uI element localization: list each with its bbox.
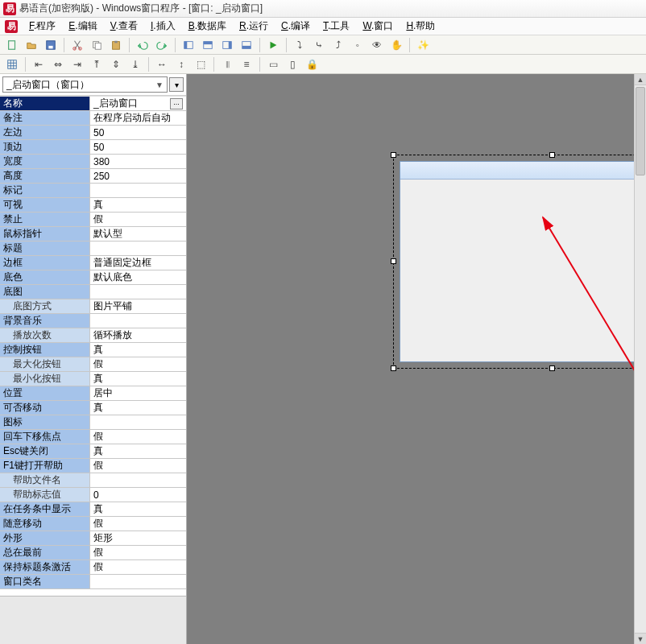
property-row[interactable]: 左边50 bbox=[0, 126, 186, 140]
property-value[interactable]: 假 bbox=[90, 213, 186, 226]
property-row[interactable]: 底图方式图片平铺 bbox=[0, 299, 186, 314]
new-button[interactable] bbox=[3, 37, 21, 53]
property-row[interactable]: 最大化按钮假 bbox=[0, 357, 186, 372]
property-value[interactable]: 矩形 bbox=[90, 531, 186, 545]
property-value[interactable] bbox=[90, 242, 186, 255]
ellipsis-button[interactable]: ··· bbox=[170, 98, 183, 109]
save-button[interactable] bbox=[42, 37, 60, 53]
property-value[interactable] bbox=[90, 184, 186, 197]
scroll-up-icon[interactable]: ▲ bbox=[635, 74, 646, 85]
property-row[interactable]: 位置居中 bbox=[0, 386, 186, 401]
property-value[interactable]: 图片平铺 bbox=[90, 299, 186, 313]
menu-item[interactable]: V.查看 bbox=[104, 18, 144, 35]
watch-button[interactable]: 👁 bbox=[368, 37, 386, 53]
menu-item[interactable]: W.窗口 bbox=[356, 18, 400, 35]
property-value[interactable]: 50 bbox=[90, 126, 186, 139]
space-v-button[interactable]: ≡ bbox=[238, 56, 255, 72]
breakpoint-button[interactable]: ◦ bbox=[349, 37, 366, 53]
property-row[interactable]: 保持标题条激活假 bbox=[0, 560, 186, 575]
lock-button[interactable]: 🔒 bbox=[303, 56, 321, 72]
property-row[interactable]: 底色默认底色 bbox=[0, 270, 186, 285]
property-value[interactable]: 真 bbox=[90, 343, 186, 357]
open-button[interactable] bbox=[23, 37, 40, 53]
property-row[interactable]: Esc键关闭真 bbox=[0, 444, 186, 459]
property-value[interactable]: 真 bbox=[90, 401, 186, 415]
property-value[interactable]: 假 bbox=[90, 430, 186, 444]
property-row[interactable]: 标题 bbox=[0, 242, 186, 256]
property-value[interactable]: 默认底色 bbox=[90, 270, 186, 284]
property-value[interactable] bbox=[90, 314, 186, 328]
property-value[interactable]: 循环播放 bbox=[90, 328, 186, 342]
step-over-button[interactable]: ⤵ bbox=[291, 37, 309, 53]
align-center-h-button[interactable]: ⇔ bbox=[49, 56, 67, 72]
property-value[interactable]: 假 bbox=[90, 546, 186, 559]
property-row[interactable]: 外形矩形 bbox=[0, 531, 186, 546]
property-row[interactable]: 禁止假 bbox=[0, 213, 186, 227]
redo-button[interactable] bbox=[153, 37, 171, 53]
menu-item[interactable]: T.工具 bbox=[317, 18, 356, 35]
property-row[interactable]: 控制按钮真 bbox=[0, 343, 186, 357]
property-row[interactable]: 边框普通固定边框 bbox=[0, 256, 186, 270]
property-value[interactable]: _启动窗口··· bbox=[90, 97, 186, 110]
designer-scrollbar[interactable]: ▲ ▼ bbox=[634, 74, 646, 644]
menu-item[interactable]: C.编译 bbox=[275, 18, 317, 35]
property-row[interactable]: 鼠标指针默认型 bbox=[0, 227, 186, 242]
property-row[interactable]: 高度250 bbox=[0, 169, 186, 184]
property-value[interactable]: 50 bbox=[90, 140, 186, 154]
property-value[interactable]: 真 bbox=[90, 502, 186, 516]
align-bottom-button[interactable]: ⤓ bbox=[126, 56, 144, 72]
property-value[interactable]: 真 bbox=[90, 372, 186, 386]
property-row[interactable]: 可视真 bbox=[0, 198, 186, 213]
property-value[interactable]: 在程序启动后自动 bbox=[90, 111, 186, 125]
property-value[interactable]: 假 bbox=[90, 459, 186, 473]
property-row[interactable]: 顶边50 bbox=[0, 140, 186, 155]
align-center-v-button[interactable]: ⇕ bbox=[107, 56, 125, 72]
panel1-button[interactable] bbox=[180, 37, 197, 53]
property-value[interactable]: 普通固定边框 bbox=[90, 256, 186, 270]
property-value[interactable] bbox=[90, 415, 186, 429]
property-row[interactable]: 标记 bbox=[0, 184, 186, 198]
property-row[interactable]: 帮助文件名 bbox=[0, 473, 186, 488]
step-out-button[interactable]: ⤴ bbox=[329, 37, 347, 53]
menu-item[interactable]: R.运行 bbox=[233, 18, 275, 35]
resize-handle[interactable] bbox=[391, 258, 396, 264]
property-value[interactable]: 默认型 bbox=[90, 227, 186, 241]
property-row[interactable]: 图标 bbox=[0, 415, 186, 430]
property-value[interactable]: 假 bbox=[90, 357, 186, 371]
same-width-button[interactable]: ↔ bbox=[153, 56, 171, 72]
scroll-down-icon[interactable]: ▼ bbox=[635, 633, 646, 644]
panel3-button[interactable] bbox=[218, 37, 236, 53]
center-in-form-h-button[interactable]: ▭ bbox=[264, 56, 282, 72]
resize-handle[interactable] bbox=[391, 365, 396, 371]
property-row[interactable]: 随意移动假 bbox=[0, 517, 186, 531]
property-row[interactable]: 背景音乐 bbox=[0, 314, 186, 328]
property-row[interactable]: 最小化按钮真 bbox=[0, 372, 186, 386]
space-h-button[interactable]: ⫴ bbox=[218, 56, 236, 72]
property-row[interactable]: 窗口类名 bbox=[0, 575, 186, 589]
property-value[interactable]: 假 bbox=[90, 560, 186, 574]
undo-button[interactable] bbox=[134, 37, 151, 53]
align-left-button[interactable]: ⇤ bbox=[30, 56, 48, 72]
property-value[interactable] bbox=[90, 575, 186, 588]
property-value[interactable] bbox=[90, 285, 186, 299]
same-height-button[interactable]: ↕ bbox=[172, 56, 190, 72]
resize-handle[interactable] bbox=[549, 152, 555, 158]
panel2-button[interactable] bbox=[199, 37, 217, 53]
property-value[interactable]: 真 bbox=[90, 198, 186, 212]
align-right-button[interactable]: ⇥ bbox=[68, 56, 86, 72]
scroll-thumb[interactable] bbox=[636, 87, 645, 175]
property-row[interactable]: 在任务条中显示真 bbox=[0, 502, 186, 517]
property-row[interactable]: 名称_启动窗口··· bbox=[0, 97, 186, 111]
property-row[interactable]: 底图 bbox=[0, 285, 186, 299]
property-value[interactable]: 250 bbox=[90, 169, 186, 183]
property-value[interactable] bbox=[90, 473, 186, 487]
property-value[interactable]: 380 bbox=[90, 155, 186, 168]
form-designer[interactable]: 选中设计模式下的窗口部分 ▲ ▼ bbox=[187, 74, 646, 644]
property-row[interactable]: 播放次数循环播放 bbox=[0, 328, 186, 343]
combo-expand-button[interactable]: ▾ bbox=[169, 77, 184, 92]
property-row[interactable]: 宽度380 bbox=[0, 155, 186, 169]
same-size-button[interactable]: ⬚ bbox=[192, 56, 209, 72]
menu-item[interactable]: B.数据库 bbox=[182, 18, 233, 35]
menu-item[interactable]: E.编辑 bbox=[62, 18, 103, 35]
run-button[interactable] bbox=[264, 37, 282, 53]
